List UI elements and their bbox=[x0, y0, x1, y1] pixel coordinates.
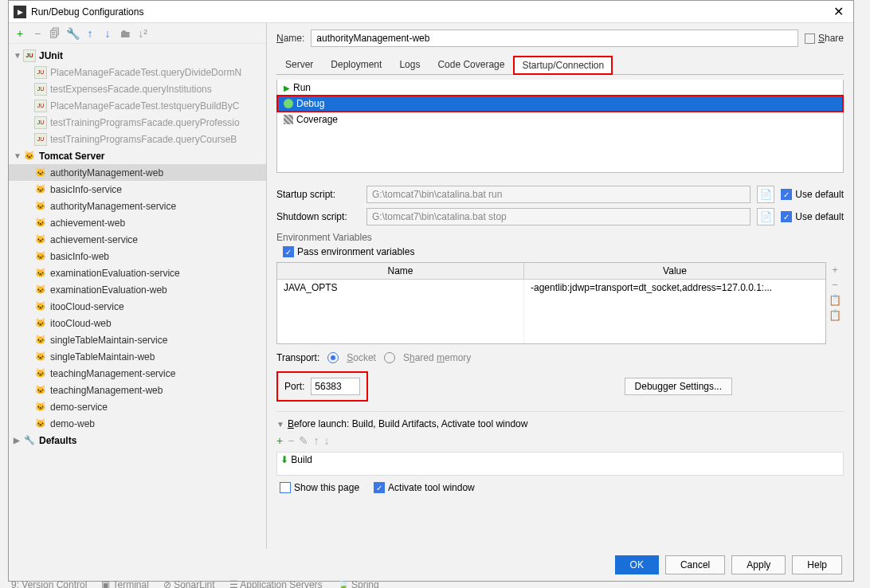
down-icon[interactable]: ↓ bbox=[101, 27, 114, 40]
app-icon bbox=[14, 6, 26, 18]
before-edit-icon[interactable]: ✎ bbox=[299, 434, 308, 447]
debugger-settings-button[interactable]: Debugger Settings... bbox=[625, 378, 732, 395]
tree-item[interactable]: PlaceManageFacadeTest.testqueryBuildByC bbox=[9, 97, 266, 114]
tree-group-junit[interactable]: ▼JUnit bbox=[9, 47, 266, 64]
shutdown-script-label: Shutdown script: bbox=[276, 211, 360, 222]
close-icon[interactable]: ✕ bbox=[829, 4, 848, 19]
tree-item[interactable]: testTrainingProgramsFacade.queryCourseB bbox=[9, 131, 266, 147]
tab-logs[interactable]: Logs bbox=[390, 55, 429, 74]
tab-sonarlint[interactable]: ⊘ SonarLint bbox=[163, 579, 215, 588]
share-checkbox[interactable]: SSharehare bbox=[805, 33, 844, 44]
transport-socket-radio[interactable] bbox=[327, 352, 339, 363]
before-remove-icon[interactable]: − bbox=[288, 434, 294, 447]
tree-item[interactable]: testTrainingProgramsFacade.queryProfessi… bbox=[9, 114, 266, 131]
port-input[interactable] bbox=[311, 378, 360, 395]
env-copy-icon[interactable]: 📋 bbox=[828, 294, 842, 306]
env-cell-name[interactable]: JAVA_OPTS bbox=[277, 280, 524, 343]
tree-item[interactable]: 🐱teachingManagement-web bbox=[9, 382, 266, 398]
help-button[interactable]: Help bbox=[792, 555, 842, 574]
add-icon[interactable]: + bbox=[14, 27, 26, 40]
before-up-icon[interactable]: ↑ bbox=[313, 434, 319, 447]
browse-startup-button[interactable]: 📄 bbox=[757, 186, 774, 203]
tab-startup-connection[interactable]: Startup/Connection bbox=[513, 56, 613, 75]
tree-item[interactable]: 🐱examinationEvaluation-service bbox=[9, 265, 266, 281]
env-paste-icon[interactable]: 📋 bbox=[828, 309, 842, 321]
env-col-value: Value bbox=[524, 263, 825, 279]
tree-group-defaults[interactable]: ▶🔧Defaults bbox=[9, 432, 266, 449]
pass-env-checkbox[interactable]: ✓Pass environment variables bbox=[283, 246, 844, 257]
before-launch-heading[interactable]: ▼Before launch: Build, Build Artifacts, … bbox=[276, 418, 844, 429]
tab-terminal[interactable]: ▣ Terminal bbox=[101, 579, 148, 588]
show-this-page-checkbox[interactable]: ✓Show this page bbox=[280, 482, 359, 493]
tree-item[interactable]: 🐱achievement-web bbox=[9, 214, 266, 231]
cancel-button[interactable]: Cancel bbox=[665, 555, 725, 574]
settings-icon[interactable]: 🔧 bbox=[66, 27, 79, 40]
tab-spring[interactable]: 🍃 Spring bbox=[337, 579, 379, 588]
env-table[interactable]: NameValue JAVA_OPTS-agentlib:jdwp=transp… bbox=[276, 262, 826, 344]
use-default-startup-checkbox[interactable]: ✓Use default bbox=[781, 189, 844, 200]
port-label: Port: bbox=[284, 381, 304, 392]
name-input[interactable] bbox=[311, 29, 798, 47]
sidebar: + − 🗐 🔧 ↑ ↓ 🖿 ↓² ▼JUnit PlaceManageFacad… bbox=[9, 23, 267, 549]
run-icon: ▶ bbox=[284, 84, 290, 92]
shutdown-script-input bbox=[366, 208, 750, 225]
env-heading: Environment Variables bbox=[276, 232, 844, 243]
tree-item[interactable]: 🐱basicInfo-service bbox=[9, 181, 266, 198]
dialog-title: Run/Debug Configurations bbox=[31, 6, 143, 18]
up-icon[interactable]: ↑ bbox=[84, 27, 96, 40]
remove-icon[interactable]: − bbox=[31, 27, 44, 40]
port-highlight: Port: bbox=[276, 371, 368, 402]
titlebar[interactable]: Run/Debug Configurations ✕ bbox=[9, 1, 853, 23]
folder-icon[interactable]: 🖿 bbox=[119, 27, 131, 40]
tree-item[interactable]: 🐱itooCloud-web bbox=[9, 315, 266, 331]
use-default-shutdown-checkbox[interactable]: ✓Use default bbox=[781, 211, 844, 222]
tree-item[interactable]: 🐱demo-web bbox=[9, 415, 266, 432]
apply-button[interactable]: Apply bbox=[731, 555, 786, 574]
tree-item-selected[interactable]: 🐱authorityManagement-web bbox=[9, 164, 266, 181]
startup-script-label: Startup script: bbox=[276, 189, 360, 200]
env-remove-icon[interactable]: − bbox=[828, 279, 842, 291]
tree-group-tomcat[interactable]: ▼🐱Tomcat Server bbox=[9, 147, 266, 164]
tree-item[interactable]: 🐱teachingManagement-service bbox=[9, 365, 266, 382]
env-add-icon[interactable]: + bbox=[828, 264, 842, 276]
debug-icon bbox=[284, 99, 293, 108]
sidebar-toolbar: + − 🗐 🔧 ↑ ↓ 🖿 ↓² bbox=[9, 23, 266, 44]
main-panel: Name: SSharehare Server Deployment Logs … bbox=[267, 23, 853, 549]
launch-mode-list[interactable]: ▶Run Debug Coverage bbox=[277, 80, 843, 172]
tab-version-control[interactable]: 9: Version Control bbox=[11, 579, 87, 588]
before-add-icon[interactable]: + bbox=[276, 434, 283, 447]
tree-item[interactable]: 🐱authorityManagement-service bbox=[9, 198, 266, 214]
tab-code-coverage[interactable]: Code Coverage bbox=[429, 55, 513, 74]
startup-script-input bbox=[366, 186, 750, 203]
config-tree[interactable]: ▼JUnit PlaceManageFacadeTest.queryDivide… bbox=[9, 44, 266, 549]
before-launch-list[interactable]: ⬇ Build bbox=[276, 452, 844, 476]
transport-label: Transport: bbox=[276, 352, 319, 363]
transport-shared-radio[interactable] bbox=[384, 352, 395, 363]
tree-item[interactable]: 🐱achievement-service bbox=[9, 231, 266, 248]
tree-item[interactable]: 🐱itooCloud-service bbox=[9, 298, 266, 315]
browse-shutdown-button[interactable]: 📄 bbox=[757, 208, 774, 225]
tree-item[interactable]: 🐱examinationEvaluation-web bbox=[9, 281, 266, 298]
ok-button[interactable]: OK bbox=[615, 555, 659, 574]
name-label: Name: bbox=[276, 33, 304, 44]
tree-item[interactable]: 🐱basicInfo-web bbox=[9, 248, 266, 265]
env-cell-value[interactable]: -agentlib:jdwp=transport=dt_socket,addre… bbox=[524, 280, 825, 343]
mode-run[interactable]: ▶Run bbox=[277, 80, 843, 96]
tab-bar: Server Deployment Logs Code Coverage Sta… bbox=[276, 55, 844, 75]
coverage-icon bbox=[284, 115, 293, 124]
tree-item[interactable]: testExpensesFacade.queryInstitutions bbox=[9, 80, 266, 97]
tree-item[interactable]: 🐱singleTableMaintain-web bbox=[9, 348, 266, 365]
tree-item[interactable]: 🐱singleTableMaintain-service bbox=[9, 331, 266, 348]
sort-icon[interactable]: ↓² bbox=[136, 27, 149, 40]
before-down-icon[interactable]: ↓ bbox=[323, 434, 329, 447]
mode-debug[interactable]: Debug bbox=[277, 96, 843, 112]
tab-app-servers[interactable]: ☰ Application Servers bbox=[229, 579, 323, 588]
activate-tool-window-checkbox[interactable]: ✓Activate tool window bbox=[374, 482, 475, 493]
tree-item[interactable]: 🐱demo-service bbox=[9, 398, 266, 415]
tree-item[interactable]: PlaceManageFacadeTest.queryDivideDormN bbox=[9, 64, 266, 80]
tab-deployment[interactable]: Deployment bbox=[322, 55, 390, 74]
ide-bottom-tabs: 9: Version Control ▣ Terminal ⊘ SonarLin… bbox=[11, 579, 379, 588]
mode-coverage[interactable]: Coverage bbox=[277, 112, 843, 127]
tab-server[interactable]: Server bbox=[276, 55, 322, 74]
copy-icon[interactable]: 🗐 bbox=[49, 27, 61, 40]
